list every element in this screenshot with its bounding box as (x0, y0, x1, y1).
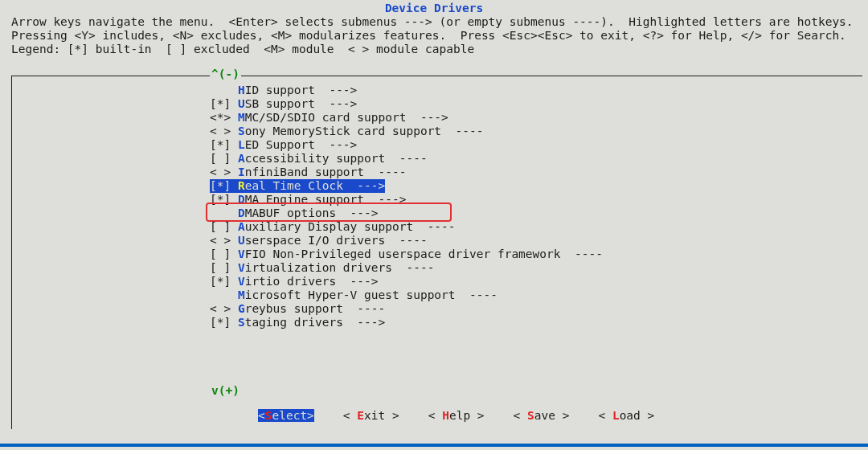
menu-item[interactable]: [ ] VFIO Non-Privileged userspace driver… (210, 248, 603, 261)
scroll-down-indicator: v(+) (210, 384, 241, 398)
menu-item[interactable]: < > Greybus support ---- (210, 302, 603, 316)
menu-item[interactable]: [*] Virtio drivers ---> (210, 275, 603, 288)
button-bar: <Select>< Exit >< Help >< Save >< Load > (258, 409, 654, 423)
action-button[interactable]: <Select> (258, 409, 314, 422)
scroll-up-indicator: ^(-) (210, 68, 241, 81)
menu-item[interactable]: < > Sony MemoryStick card support ---- (210, 125, 603, 138)
menu-item[interactable]: [*] Staging drivers ---> (210, 316, 603, 329)
action-button[interactable]: < Load > (598, 409, 654, 422)
menu-item[interactable]: [*] Real Time Clock ---> (210, 179, 603, 193)
menu-item[interactable]: HID support ---> (210, 84, 603, 97)
menu-item[interactable]: < > InfiniBand support ---- (210, 166, 603, 179)
help-text: Arrow keys navigate the menu. <Enter> se… (11, 15, 854, 56)
page-title: Device Drivers (0, 2, 868, 15)
menu-list: HID support --->[*] USB support ---><*> … (210, 84, 603, 329)
action-button[interactable]: < Save > (514, 409, 570, 422)
menu-item[interactable]: [*] USB support ---> (210, 97, 603, 111)
menu-item[interactable]: <*> MMC/SD/SDIO card support ---> (210, 111, 603, 125)
menu-item[interactable]: Microsoft Hyper-V guest support ---- (210, 288, 603, 302)
menu-item[interactable]: [*] LED Support ---> (210, 138, 603, 152)
menu-item[interactable]: [ ] Accessibility support ---- (210, 152, 603, 166)
menu-item[interactable]: [ ] Virtualization drivers ---- (210, 261, 603, 275)
menu-item[interactable]: [ ] Auxiliary Display support ---- (210, 220, 603, 234)
action-button[interactable]: < Exit > (343, 409, 399, 422)
menu-item[interactable]: [*] DMA Engine support ---> (210, 193, 603, 207)
menu-item[interactable]: < > Userspace I/O drivers ---- (210, 234, 603, 248)
action-button[interactable]: < Help > (428, 409, 485, 422)
menu-item[interactable]: DMABUF options ---> (210, 207, 603, 220)
